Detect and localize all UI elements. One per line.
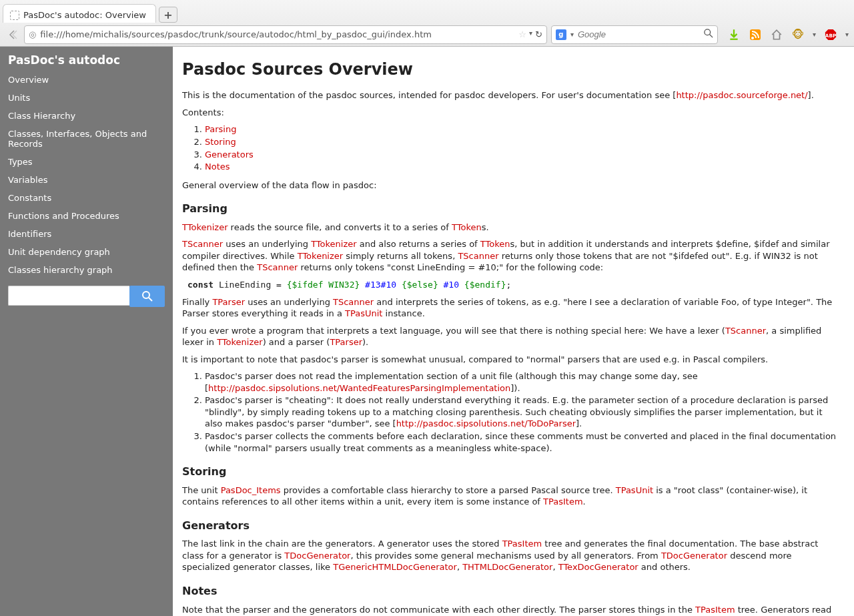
toolbar-addon-icons: 🐵 ▾ ABP ▾ <box>722 28 849 41</box>
storing-p1: The unit PasDoc_Items provides a comfort… <box>182 485 842 508</box>
heading-notes: Notes <box>182 584 842 599</box>
svg-line-1 <box>710 35 713 37</box>
search-engine-dropdown-icon[interactable]: ▾ <box>570 31 574 38</box>
link-tscanner[interactable]: TScanner <box>182 239 223 249</box>
link-ttokenizer[interactable]: TTokenizer <box>182 222 228 232</box>
intro-paragraph: This is the documentation of the pasdoc … <box>182 89 842 101</box>
reload-icon[interactable]: ↻ <box>535 29 542 39</box>
sidebar-search-input[interactable] <box>8 286 129 306</box>
parsing-notes-list: Pasdoc's parser does not read the implem… <box>205 370 842 454</box>
generators-p1: The last link in the chain are the gener… <box>182 538 842 573</box>
sidebar-search <box>0 279 173 314</box>
sidebar-item-units[interactable]: Units <box>0 89 173 107</box>
link-ttokenizer[interactable]: TTokenizer <box>217 337 262 347</box>
link-ttokenizer[interactable]: TTokenizer <box>311 239 356 249</box>
notes-p1: Note that the parser and the generators … <box>182 604 842 616</box>
url-text: file:///home/michalis/sources/pasdoc/tru… <box>40 29 514 39</box>
link-tgenerichtmldocgen[interactable]: TGenericHTMLDocGenerator <box>333 562 457 572</box>
contents-link-generators[interactable]: Generators <box>205 149 254 160</box>
contents-link-notes[interactable]: Notes <box>205 162 230 172</box>
adblock-icon[interactable]: ABP <box>824 28 837 41</box>
link-tpasunit[interactable]: TPasUnit <box>345 308 382 318</box>
parsing-p2: TScanner uses an underlying TTokenizer a… <box>182 238 842 274</box>
favicon-icon <box>10 11 19 20</box>
page-title: Pasdoc Sources Overview <box>182 59 842 80</box>
feed-icon[interactable] <box>749 28 762 41</box>
sidebar-item-functions[interactable]: Functions and Procedures <box>0 207 173 225</box>
sidebar-item-constants[interactable]: Constants <box>0 189 173 207</box>
browser-tab[interactable]: PasDoc's autodoc: Overview <box>3 4 156 23</box>
sidebar-item-class-hierarchy[interactable]: Class Hierarchy <box>0 107 173 125</box>
link-tscanner[interactable]: TScanner <box>257 262 298 272</box>
link-tdocgenerator[interactable]: TDocGenerator <box>284 551 350 561</box>
greasemonkey-dropdown-icon[interactable]: ▾ <box>813 31 816 38</box>
browser-search-input[interactable] <box>578 29 700 39</box>
link-thtmldocgen[interactable]: THTMLDocGenerator <box>462 562 552 572</box>
link-pasdoc-items[interactable]: PasDoc_Items <box>221 485 281 495</box>
back-button[interactable] <box>5 27 20 42</box>
search-submit-icon[interactable] <box>704 29 713 40</box>
svg-point-0 <box>705 29 711 35</box>
link-tpasitem[interactable]: TPasItem <box>543 497 583 507</box>
parsing-p4: If you ever wrote a program that interpr… <box>182 325 842 348</box>
link-tdocgenerator[interactable]: TDocGenerator <box>661 551 727 561</box>
heading-parsing: Parsing <box>182 202 842 216</box>
link-tscanner[interactable]: TScanner <box>458 251 498 261</box>
contents-link-storing[interactable]: Storing <box>205 137 236 147</box>
tab-strip: PasDoc's autodoc: Overview + <box>0 0 854 23</box>
parsing-p5: It is important to note that pasdoc's pa… <box>182 354 842 366</box>
sidebar-item-classes[interactable]: Classes, Interfaces, Objects and Records <box>0 125 173 153</box>
globe-icon: ◎ <box>29 29 36 39</box>
sidebar-item-identifiers[interactable]: Identifiers <box>0 225 173 243</box>
parsing-p3: Finally TParser uses an underlying TScan… <box>182 296 842 320</box>
contents-link-parsing[interactable]: Parsing <box>205 124 236 134</box>
link-ttoken[interactable]: TToken <box>452 222 482 232</box>
sidebar-item-variables[interactable]: Variables <box>0 171 173 189</box>
url-bar[interactable]: ◎ file:///home/michalis/sources/pasdoc/t… <box>24 25 547 44</box>
sidebar-item-unit-dep-graph[interactable]: Unit dependency graph <box>0 243 173 261</box>
sidebar-item-types[interactable]: Types <box>0 153 173 171</box>
code-sample: const LineEnding = {$ifdef WIN32} #13#10… <box>187 279 842 291</box>
greasemonkey-icon[interactable]: 🐵 <box>791 28 805 41</box>
link-tscanner[interactable]: TScanner <box>725 326 766 336</box>
page-body: PasDoc's autodoc Overview Units Class Hi… <box>0 47 854 616</box>
link-ttoken[interactable]: TToken <box>480 239 510 249</box>
link-tpasitem[interactable]: TPasItem <box>695 605 735 615</box>
browser-toolbar: ◎ file:///home/michalis/sources/pasdoc/t… <box>0 23 854 47</box>
tab-title: PasDoc's autodoc: Overview <box>23 10 146 20</box>
link-ttokenizer[interactable]: TTokenizer <box>298 251 343 261</box>
svg-point-6 <box>143 292 149 298</box>
list-item: Pasdoc's parser does not read the implem… <box>205 370 842 394</box>
home-icon[interactable] <box>770 28 783 41</box>
browser-search-bar[interactable]: g ▾ <box>551 25 718 44</box>
parsing-p1: TTokenizer reads the source file, and co… <box>182 222 842 234</box>
link-tpasitem[interactable]: TPasItem <box>502 539 542 549</box>
contents-label: Contents: <box>182 107 842 119</box>
list-item: Pasdoc's parser is "cheating": It does n… <box>205 394 842 430</box>
link-tparser[interactable]: TParser <box>330 337 362 347</box>
heading-storing: Storing <box>182 465 842 479</box>
svg-text:ABP: ABP <box>825 32 836 38</box>
sidebar-item-classes-hier-graph[interactable]: Classes hierarchy graph <box>0 261 173 279</box>
contents-list: Parsing Storing Generators Notes <box>205 123 842 172</box>
svg-line-7 <box>149 298 152 301</box>
link-tscanner[interactable]: TScanner <box>333 297 374 307</box>
adblock-dropdown-icon[interactable]: ▾ <box>845 31 849 38</box>
sidebar-nav: Overview Units Class Hierarchy Classes, … <box>0 71 173 279</box>
link-wanted-features[interactable]: http://pasdoc.sipsolutions.net/WantedFea… <box>208 383 510 393</box>
sidebar-item-overview[interactable]: Overview <box>0 71 173 89</box>
list-item: Pasdoc's parser collects the comments be… <box>205 430 842 454</box>
downloads-icon[interactable] <box>727 28 741 41</box>
star-icon[interactable]: ☆ <box>518 29 526 39</box>
url-dropdown-icon[interactable]: ▾ <box>529 29 532 39</box>
new-tab-button[interactable]: + <box>159 7 177 23</box>
link-todo-parser[interactable]: http://pasdoc.sipsolutions.net/ToDoParse… <box>396 418 576 428</box>
browser-chrome: PasDoc's autodoc: Overview + ◎ file:///h… <box>0 0 854 47</box>
link-pasdoc-site[interactable]: http://pasdoc.sourceforge.net/ <box>676 90 807 100</box>
link-tparser[interactable]: TParser <box>212 297 245 307</box>
link-ttexdocgen[interactable]: TTexDocGenerator <box>558 562 638 572</box>
link-tpasunit[interactable]: TPasUnit <box>616 485 653 495</box>
sidebar-search-button[interactable] <box>129 286 165 307</box>
sidebar: PasDoc's autodoc Overview Units Class Hi… <box>0 47 173 616</box>
search-engine-icon[interactable]: g <box>556 29 566 40</box>
